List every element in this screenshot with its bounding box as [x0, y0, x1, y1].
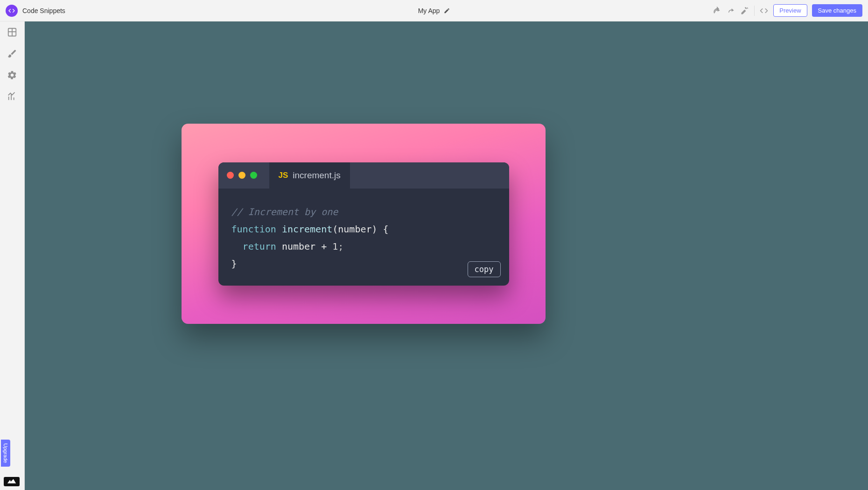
- preview-button[interactable]: Preview: [773, 4, 807, 17]
- code-toggle-icon[interactable]: [759, 6, 769, 15]
- code-window: JS increment.js // Increment by one func…: [218, 162, 509, 286]
- save-changes-button[interactable]: Save changes: [812, 4, 862, 17]
- code-func-name: increment: [282, 224, 332, 235]
- code-body[interactable]: // Increment by one function increment(n…: [218, 189, 509, 286]
- code-keyword-function: function: [231, 224, 276, 235]
- left-sidebar: Upgrade: [0, 21, 25, 490]
- snippet-card[interactable]: JS increment.js // Increment by one func…: [182, 124, 546, 324]
- app-logo-icon[interactable]: [6, 5, 18, 17]
- app-name: Code Snippets: [22, 7, 65, 14]
- code-comment: // Increment by one: [231, 206, 338, 217]
- minimize-dot-icon: [238, 172, 245, 179]
- code-keyword-return: return: [243, 241, 276, 252]
- code-window-titlebar: JS increment.js: [218, 162, 509, 189]
- analytics-icon[interactable]: [7, 91, 17, 102]
- hammer-icon[interactable]: [740, 6, 749, 15]
- copy-button[interactable]: copy: [468, 261, 501, 277]
- project-title-group: My App: [418, 7, 450, 14]
- file-tab[interactable]: JS increment.js: [269, 162, 350, 189]
- undo-icon[interactable]: [712, 6, 721, 15]
- svg-marker-6: [7, 479, 16, 483]
- topbar-left: Code Snippets: [6, 5, 65, 17]
- filename-label: increment.js: [293, 170, 340, 181]
- corner-badge-icon[interactable]: [4, 477, 20, 486]
- code-return-expr: number +: [276, 241, 332, 252]
- window-traffic-lights: [227, 172, 257, 179]
- toolbar-divider: [754, 6, 755, 16]
- upgrade-button[interactable]: Upgrade: [1, 440, 10, 467]
- project-title[interactable]: My App: [418, 7, 440, 14]
- close-dot-icon: [227, 172, 234, 179]
- code-number: 1: [332, 241, 338, 252]
- topbar-right: Preview Save changes: [712, 4, 862, 17]
- code-close-brace: }: [231, 258, 237, 269]
- canvas-area[interactable]: JS increment.js // Increment by one func…: [25, 21, 868, 490]
- maximize-dot-icon: [250, 172, 257, 179]
- main-area: Upgrade JS increment.js: [0, 21, 868, 490]
- edit-title-icon[interactable]: [443, 7, 450, 14]
- code-semicolon: ;: [338, 241, 343, 252]
- gear-icon[interactable]: [7, 70, 17, 80]
- js-lang-badge-icon: JS: [279, 171, 288, 180]
- code-params: (number) {: [332, 224, 388, 235]
- brush-icon[interactable]: [7, 49, 17, 59]
- top-toolbar: Code Snippets My App Preview Save change…: [0, 0, 868, 21]
- redo-icon[interactable]: [726, 6, 735, 15]
- layout-grid-icon[interactable]: [7, 27, 17, 37]
